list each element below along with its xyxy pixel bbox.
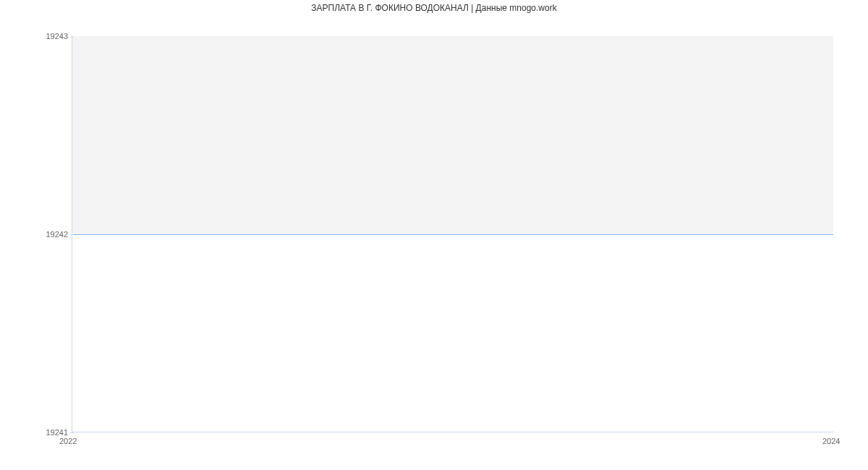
plot-area	[72, 36, 833, 432]
chart-title: ЗАРПЛАТА В Г. ФОКИНО ВОДОКАНАЛ | Данные …	[0, 3, 868, 13]
y-tick-mark	[70, 36, 74, 37]
y-tick-label: 19243	[39, 32, 68, 40]
y-tick-label: 19242	[39, 230, 68, 239]
x-tick-label: 2024	[822, 437, 840, 445]
series-area-fill	[72, 36, 833, 234]
x-tick-label: 2022	[59, 437, 77, 445]
y-tick-text: 19241	[46, 428, 68, 437]
y-tick-text: 19242	[46, 230, 68, 239]
series-line	[72, 234, 833, 235]
y-tick-label: 19241	[39, 428, 68, 437]
y-tick-text: 19243	[46, 32, 68, 40]
chart-container: ЗАРПЛАТА В Г. ФОКИНО ВОДОКАНАЛ | Данные …	[0, 0, 868, 470]
y-tick-mark	[70, 234, 74, 235]
y-tick-mark	[70, 432, 74, 433]
